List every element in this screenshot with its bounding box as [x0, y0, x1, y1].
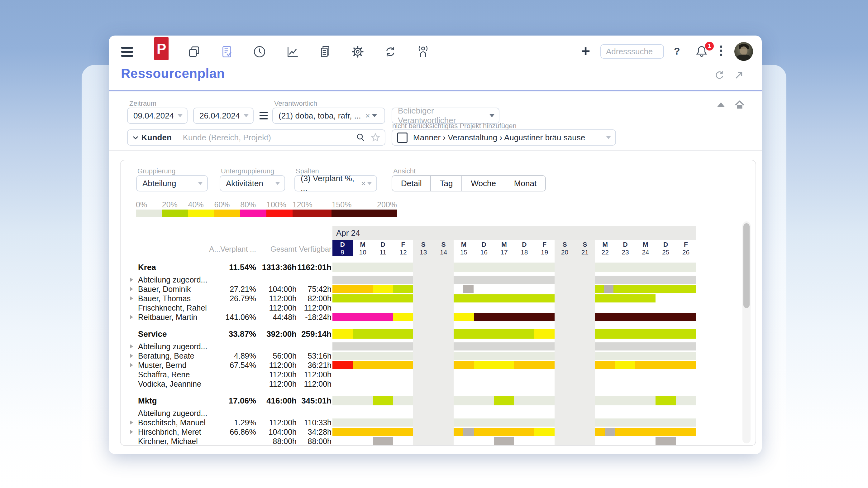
project-checkbox[interactable] [397, 133, 407, 143]
menu-icon[interactable] [120, 44, 134, 60]
gantt-cell [655, 263, 676, 272]
gantt-cell [353, 370, 373, 378]
search-icon[interactable] [355, 133, 366, 143]
date-from-field[interactable]: 09.04.2024 [127, 108, 188, 124]
expand-icon[interactable] [130, 420, 133, 425]
tasks-icon[interactable] [220, 44, 234, 60]
table-row[interactable]: Beratung, Beate4.89%56:00h53:16h [121, 351, 755, 361]
period-presets-icon[interactable] [259, 112, 268, 119]
kunden-search-field[interactable]: Kunden Kunde (Bereich, Projekt) [127, 130, 385, 146]
expand-icon[interactable] [130, 353, 133, 358]
day-column-10[interactable]: M10 [353, 240, 373, 256]
table-row[interactable]: Krea11.54%1313:36h1162:01h [121, 262, 755, 272]
table-row[interactable]: Mktg17.06%416:00h345:01h [121, 395, 755, 406]
documents-icon[interactable] [318, 44, 332, 60]
time-icon[interactable] [252, 44, 267, 60]
gantt-cell [494, 263, 515, 272]
notifications-button[interactable]: 1 [694, 44, 710, 60]
reload-icon[interactable] [713, 69, 725, 81]
table-row[interactable]: Vodicka, Jeannine112:00h112:00h [121, 379, 755, 389]
table-row[interactable]: Schaffra, Rene112:00h112:00h [121, 370, 755, 379]
contacts-icon[interactable] [416, 44, 430, 60]
projects-icon[interactable] [187, 44, 201, 60]
day-column-23[interactable]: D23 [615, 240, 636, 256]
expand-icon[interactable] [130, 315, 133, 319]
table-row[interactable]: Service33.87%392:00h259:14h [121, 329, 755, 339]
day-column-11[interactable]: D11 [373, 240, 393, 256]
day-column-20[interactable]: S20 [555, 240, 575, 256]
gantt-cell [534, 329, 555, 339]
user-avatar[interactable] [734, 42, 753, 61]
reports-icon[interactable] [285, 44, 300, 60]
col-gesamt: Gesamt [259, 242, 297, 256]
more-options-button[interactable] [720, 46, 722, 56]
project-add-field[interactable]: Manner › Veranstaltung › Augustiner bräu… [392, 130, 616, 146]
day-column-25[interactable]: D25 [655, 240, 676, 256]
scrollbar-track[interactable] [742, 221, 750, 443]
collapse-icon[interactable] [717, 102, 725, 107]
gantt-cell [333, 409, 353, 417]
date-to-field[interactable]: 26.04.2024 [193, 108, 254, 124]
expand-icon[interactable] [130, 430, 133, 434]
day-column-13[interactable]: S13 [413, 240, 433, 256]
table-row[interactable]: Bauer, Thomas26.79%112:00h82:00h [121, 294, 755, 303]
clear-icon[interactable]: × [361, 179, 366, 188]
day-column-19[interactable]: F19 [534, 240, 555, 256]
view-button-monat[interactable]: Monat [505, 176, 545, 191]
day-column-22[interactable]: M22 [595, 240, 615, 256]
table-row[interactable]: Reitbauer, Martin141.06%44:48h-18:24h [121, 312, 755, 322]
help-button[interactable]: ? [674, 46, 680, 57]
day-column-18[interactable]: D18 [514, 240, 534, 256]
expand-icon[interactable] [130, 344, 133, 349]
beliebiger-verantwortlicher-field[interactable]: Beliebiger Verantwortlicher [392, 108, 499, 124]
favorite-star-icon[interactable] [370, 133, 380, 143]
day-column-16[interactable]: D16 [474, 240, 494, 256]
view-button-woche[interactable]: Woche [462, 176, 505, 191]
gantt-cell [655, 304, 676, 312]
day-letter: F [684, 241, 688, 248]
spalten-select[interactable]: (3) Verplant %, ... × [294, 175, 377, 192]
table-row[interactable]: Abteilung zugeord... [121, 342, 755, 351]
scrollbar-thumb[interactable] [743, 223, 750, 308]
expand-icon[interactable] [130, 296, 133, 300]
row-verplant: 1.29% [183, 418, 256, 427]
day-column-15[interactable]: M15 [454, 240, 474, 256]
settings-icon[interactable] [350, 44, 365, 60]
day-column-9[interactable]: D9 [333, 240, 353, 256]
table-row[interactable]: Abteilung zugeord... [121, 408, 755, 418]
open-external-icon[interactable] [733, 69, 745, 81]
day-column-26[interactable]: F26 [676, 240, 696, 256]
day-column-12[interactable]: F12 [393, 240, 413, 256]
day-column-21[interactable]: S21 [575, 240, 595, 256]
table-row[interactable]: Frischknecht, Rahel112:00h112:00h [121, 303, 755, 312]
gantt-cell [454, 409, 474, 417]
view-button-tag[interactable]: Tag [431, 176, 462, 191]
table-row[interactable]: Abteilung zugeord... [121, 275, 755, 284]
add-button[interactable]: + [581, 43, 590, 59]
table-row[interactable]: Bauer, Dominik27.21%104:00h75:42h [121, 284, 755, 294]
gruppierung-select[interactable]: Abteilung [136, 175, 208, 192]
home-icon[interactable] [734, 99, 746, 111]
day-column-24[interactable]: M24 [635, 240, 655, 256]
address-search-input[interactable] [600, 44, 664, 59]
clear-icon[interactable]: × [365, 111, 370, 121]
gantt-cell [635, 419, 655, 427]
view-button-detail[interactable]: Detail [392, 176, 431, 191]
table-row[interactable]: Hirschbrich, Meret66.86%104:00h34:28h [121, 427, 755, 436]
table-row[interactable]: Boschitsch, Manuel1.29%112:00h110:33h [121, 418, 755, 427]
table-row[interactable]: Kirchner, Michael88:00h88:00h [121, 436, 755, 446]
verantwortlich-field[interactable]: (21) doba, toba, rafr, ... × [272, 108, 385, 124]
expand-icon[interactable] [130, 363, 133, 367]
app-logo[interactable]: P [154, 40, 168, 57]
day-letter: S [441, 241, 446, 248]
day-column-14[interactable]: S14 [433, 240, 454, 256]
gantt-cell [474, 437, 494, 445]
untergruppierung-select[interactable]: Aktivitäten [220, 175, 285, 192]
verantwortlich-value: (21) doba, toba, rafr, ... [279, 111, 361, 121]
expand-icon[interactable] [130, 278, 133, 282]
gantt-cell [655, 380, 676, 388]
sync-icon[interactable] [383, 44, 398, 60]
expand-icon[interactable] [130, 287, 133, 291]
table-row[interactable]: Muster, Bernd67.54%112:00h36:21h [121, 361, 755, 370]
day-column-17[interactable]: M17 [494, 240, 515, 256]
